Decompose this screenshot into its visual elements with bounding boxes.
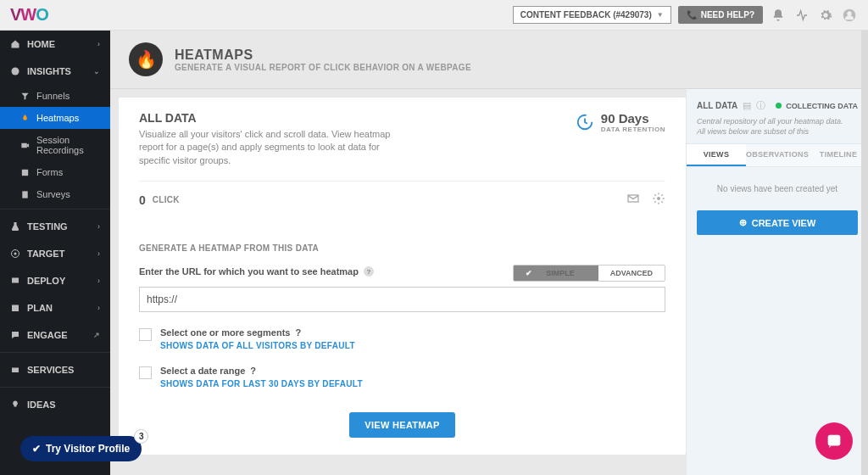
daterange-checkbox[interactable] [139,366,152,379]
svg-rect-8 [12,278,19,283]
chevron-down-icon: ⌄ [93,67,100,75]
plus-icon: ⊕ [739,217,747,228]
url-input[interactable] [139,287,665,312]
list-icon[interactable]: ▤ [743,100,751,111]
tab-views[interactable]: VIEWS [687,144,746,166]
sidebar-testing[interactable]: TESTING› [0,213,110,240]
daterange-label: Select a date range [160,366,245,376]
scrollbar[interactable] [861,31,868,475]
external-link-icon: ↗ [93,331,100,339]
view-heatmap-button[interactable]: VIEW HEATMAP [349,412,454,438]
phone-icon: 📞 [687,10,697,20]
info-icon[interactable]: ⓘ [756,99,765,112]
segments-checkbox[interactable] [139,328,152,341]
click-count: 0 [139,193,146,207]
chevron-right-icon: › [97,40,100,48]
retention-label: DATA RETENTION [601,126,665,133]
svg-point-2 [12,68,19,75]
svg-rect-4 [22,169,28,175]
svg-rect-3 [21,142,26,148]
sidebar-plan[interactable]: PLAN› [0,294,110,321]
sidebar-item-surveys[interactable]: Surveys [0,183,110,205]
generate-heading: GENERATE A HEATMAP FROM THIS DATA [139,243,665,253]
sidebar-services[interactable]: SERVICES [0,356,110,383]
feedback-dropdown[interactable]: CONTENT FEEDBACK (#429073) ▼ [513,6,671,24]
sidebar-item-forms[interactable]: Forms [0,161,110,183]
check-icon: ✔ [32,443,41,455]
svg-point-7 [14,253,17,255]
right-panel: ALL DATA ▤ ⓘ COLLECTING DATA Central rep… [686,89,868,475]
clock-icon [576,113,594,131]
tab-observations[interactable]: OBSERVATIONS [746,144,809,166]
intercom-button[interactable] [815,422,853,460]
sidebar-item-funnels[interactable]: Funnels [0,85,110,107]
segments-hint: SHOWS DATA OF ALL VISITORS BY DEFAULT [160,341,355,350]
panel-desc: Central repository of all your heatmap d… [697,117,858,137]
svg-point-1 [847,11,851,15]
info-icon[interactable]: ? [250,366,256,376]
status-badge: COLLECTING DATA [776,102,858,110]
svg-rect-10 [12,368,19,373]
mail-icon[interactable] [626,192,640,208]
all-data-section: ALL DATA Visualize all your visitors' cl… [139,111,665,182]
top-bar: VWO CONTENT FEEDBACK (#429073) ▼ 📞 NEED … [0,0,868,31]
all-data-title: ALL DATA [139,111,393,125]
logo[interactable]: VWO [10,5,48,25]
chevron-down-icon: ▼ [657,11,664,19]
retention-value: 90 Days [601,111,665,126]
sidebar-target[interactable]: TARGET› [0,240,110,267]
svg-point-13 [657,197,660,200]
daterange-hint: SHOWS DATA FOR LAST 30 DAYS BY DEFAULT [160,379,363,388]
svg-rect-5 [22,191,27,198]
info-icon[interactable]: ? [295,327,301,338]
sidebar-item-recordings[interactable]: Session Recordings [0,129,110,161]
settings-icon[interactable] [652,192,665,208]
click-label: CLICK [153,195,180,204]
mode-simple[interactable]: ✔ SIMPLE [514,265,598,281]
create-view-button[interactable]: ⊕CREATE VIEW [697,210,858,235]
sidebar: HOME› INSIGHTS⌄ Funnels Heatmaps Session… [0,31,110,475]
page-header: 🔥 HEATMAPS GENERATE A VISUAL REPORT OF C… [110,31,868,89]
sidebar-ideas[interactable]: IDEAS [0,391,110,418]
help-button[interactable]: 📞 NEED HELP? [678,6,763,24]
help-label: NEED HELP? [701,10,754,20]
svg-rect-14 [828,435,841,446]
status-dot-icon [776,103,782,109]
gear-icon[interactable] [817,7,834,24]
panel-title: ALL DATA [697,101,737,110]
sidebar-home[interactable]: HOME› [0,31,110,58]
mode-advanced[interactable]: ADVANCED [598,265,665,281]
svg-rect-9 [12,305,19,312]
info-icon[interactable]: ? [364,266,374,277]
segments-label: Select one or more segments [160,327,290,338]
url-label: Enter the URL for which you want to see … [139,266,359,277]
visitor-profile-button[interactable]: ✔ Try Visitor Profile 3 [20,436,142,461]
sidebar-deploy[interactable]: DEPLOY› [0,267,110,294]
all-data-desc: Visualize all your visitors' click and s… [139,128,393,167]
sidebar-insights[interactable]: INSIGHTS⌄ [0,58,110,85]
avatar[interactable] [841,7,858,24]
tab-timeline[interactable]: TIMELINE [809,144,868,166]
url-mode-toggle[interactable]: ✔ SIMPLE ADVANCED [513,265,665,282]
heatmap-icon: 🔥 [129,42,163,76]
page-subtitle: GENERATE A VISUAL REPORT OF CLICK BEHAVI… [175,63,471,72]
sidebar-engage[interactable]: ENGAGE↗ [0,321,110,349]
feedback-label: CONTENT FEEDBACK (#429073) [520,10,652,20]
empty-state: No views have been created yet [687,167,868,210]
notifications-icon[interactable] [770,7,787,24]
activity-icon[interactable] [793,7,810,24]
sidebar-item-heatmaps[interactable]: Heatmaps [0,107,110,129]
page-title: HEATMAPS [175,48,471,63]
